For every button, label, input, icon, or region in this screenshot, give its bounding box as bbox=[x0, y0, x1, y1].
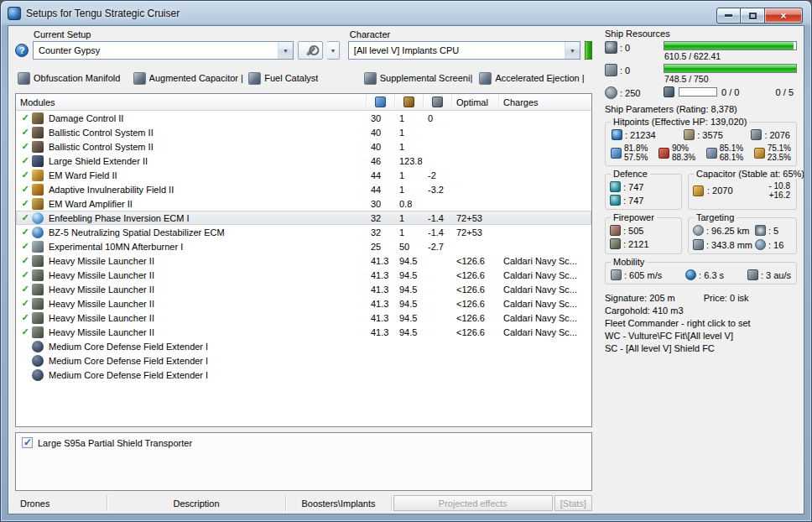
subsystem-button[interactable]: Augmented Capacitor | bbox=[131, 70, 247, 86]
launcher-hardpoints-icon bbox=[605, 64, 617, 76]
module-powergrid: 1 bbox=[395, 213, 424, 223]
module-charges: Caldari Navy Sc... bbox=[499, 299, 591, 309]
fitted-check-icon bbox=[18, 198, 32, 209]
module-name: Large Shield Extender II bbox=[49, 156, 148, 166]
module-row[interactable]: Heavy Missile Launcher II 41.3 94.5 <126… bbox=[16, 296, 591, 311]
bottom-tab[interactable]: Boosters\Implants bbox=[286, 495, 391, 511]
module-row[interactable]: Large Shield Extender II 46 123.8 bbox=[16, 154, 591, 168]
turret-hardpoints-icon bbox=[605, 41, 617, 54]
module-cpu: 41.3 bbox=[367, 327, 395, 337]
module-row[interactable]: Heavy Missile Launcher II 41.3 94.5 <126… bbox=[16, 282, 591, 296]
powergrid-bar bbox=[664, 64, 797, 73]
capacitor-icon bbox=[432, 97, 443, 107]
em-resist-icon bbox=[611, 148, 622, 159]
max-targets-value: : 5 bbox=[768, 226, 778, 236]
bottom-tab[interactable]: Projected effects bbox=[393, 495, 553, 511]
character-select[interactable]: [All level V] Implants CPU bbox=[348, 41, 580, 60]
max-velocity-icon bbox=[611, 269, 622, 280]
module-row[interactable]: Heavy Missile Launcher II 41.3 94.5 <126… bbox=[16, 325, 591, 339]
fitted-check-icon bbox=[18, 269, 32, 280]
help-icon[interactable] bbox=[15, 44, 29, 57]
module-row[interactable]: Heavy Missile Launcher II 41.3 94.5 <126… bbox=[16, 311, 591, 325]
setup-tools-dropdown[interactable] bbox=[327, 41, 340, 60]
module-powergrid: 1 bbox=[395, 128, 424, 138]
module-cpu: 32 bbox=[367, 227, 395, 238]
modules-list: Damage Control II 30 1 0 bbox=[16, 111, 591, 426]
eft-window: Setups for Tengu Strategic Cruiser × Cur… bbox=[0, 0, 812, 522]
module-row[interactable]: Damage Control II 30 1 0 bbox=[16, 111, 591, 125]
defence-passive-value: : 747 bbox=[623, 182, 643, 192]
targeting-range-icon bbox=[693, 225, 704, 236]
shield-resist-value: 81.8% bbox=[624, 144, 648, 153]
module-row[interactable]: Experimental 10MN Afterburner I 25 50 -2… bbox=[16, 239, 591, 253]
module-cpu: 30 bbox=[367, 199, 395, 209]
subsystem-button[interactable]: Obfuscation Manifold bbox=[15, 70, 131, 86]
module-optimal: <126.6 bbox=[452, 284, 499, 295]
powergrid-value: 748.5 / 750 bbox=[664, 73, 797, 86]
module-name: Heavy Missile Launcher II bbox=[49, 256, 154, 266]
module-row[interactable]: Medium Core Defense Field Extender I bbox=[16, 353, 591, 368]
fitted-check-icon bbox=[18, 298, 32, 309]
subsystem-defensive-icon bbox=[18, 72, 30, 85]
module-charges: Caldari Navy Sc... bbox=[499, 256, 591, 266]
hitpoints-label: Hitpoints (Effective HP: 139,020) bbox=[611, 117, 749, 127]
subsystem-engineering-icon bbox=[133, 72, 146, 85]
fitted-check-icon bbox=[18, 112, 32, 123]
module-row[interactable]: Enfeebling Phase Inversion ECM I 32 1 -1… bbox=[16, 211, 591, 225]
module-row[interactable]: Ballistic Control System II 40 1 bbox=[16, 125, 591, 139]
setup-select-value: Counter Gypsy bbox=[34, 42, 278, 59]
module-row[interactable]: BZ-5 Neutralizing Spatial Destabilizer E… bbox=[16, 225, 591, 239]
titlebar[interactable]: Setups for Tengu Strategic Cruiser × bbox=[1, 1, 811, 25]
turret-hardpoints-value: : 0 bbox=[620, 43, 630, 53]
module-cpu: 46 bbox=[367, 156, 395, 166]
defence-label: Defence bbox=[611, 169, 650, 179]
module-row[interactable]: Medium Core Defense Field Extender I bbox=[16, 339, 591, 353]
module-cpu: 41.3 bbox=[367, 270, 395, 280]
rig-shield-icon bbox=[32, 341, 44, 352]
module-row[interactable]: Medium Core Defense Field Extender I bbox=[16, 368, 591, 382]
dps-icon bbox=[610, 238, 621, 249]
maximize-button[interactable] bbox=[741, 8, 765, 23]
module-row[interactable]: EM Ward Amplifier II 30 0.8 bbox=[16, 196, 591, 211]
module-row[interactable]: Adaptive Invulnerability Field II 44 1 -… bbox=[16, 182, 591, 196]
subsystem-button[interactable]: Accelerated Ejection | bbox=[476, 70, 592, 86]
module-row[interactable]: Heavy Missile Launcher II 41.3 94.5 <126… bbox=[16, 253, 591, 268]
subsystem-button[interactable]: Fuel Catalyst bbox=[246, 70, 362, 86]
module-name: Heavy Missile Launcher II bbox=[49, 284, 154, 295]
bottom-tab[interactable]: Drones bbox=[15, 495, 107, 511]
targeting-label: Targeting bbox=[694, 212, 737, 222]
character-label: Character bbox=[348, 29, 592, 39]
module-name: Damage Control II bbox=[49, 113, 123, 123]
subsystem-button[interactable]: Supplemental Screeni| bbox=[362, 70, 477, 86]
module-powergrid: 94.5 bbox=[395, 327, 424, 337]
bottom-tab[interactable]: [Stats] bbox=[554, 495, 592, 511]
close-button[interactable]: × bbox=[765, 8, 803, 23]
module-optimal: <126.6 bbox=[452, 313, 499, 323]
module-row[interactable]: Heavy Missile Launcher II 41.3 94.5 <126… bbox=[16, 268, 591, 282]
resist-cell: 81.8% 57.5% bbox=[611, 144, 648, 162]
capacitor-label: Capacitor (Stable at: 65%) bbox=[694, 169, 804, 179]
ship-resources-label: Ship Resources bbox=[605, 29, 797, 39]
missile-launcher-icon bbox=[32, 284, 44, 295]
armor-resist-value: 88.3% bbox=[672, 153, 695, 162]
module-cap-use: -3.2 bbox=[424, 185, 452, 195]
align-time-value: : 6.3 s bbox=[699, 270, 724, 280]
bottom-tab[interactable]: Description bbox=[107, 495, 286, 511]
fitted-check-icon bbox=[18, 312, 32, 323]
setup-select[interactable]: Counter Gypsy bbox=[33, 41, 294, 60]
modules-table: Modules Optimal Charges Damage Control I bbox=[15, 93, 592, 427]
module-powergrid: 50 bbox=[395, 242, 424, 252]
module-row[interactable]: EM Ward Field II 44 1 -2 bbox=[16, 168, 591, 182]
module-row[interactable]: Ballistic Control System II 40 1 bbox=[16, 139, 591, 154]
close-icon: × bbox=[780, 10, 786, 22]
setup-tools-button[interactable] bbox=[298, 41, 323, 60]
module-name: EM Ward Field II bbox=[49, 170, 117, 180]
projected-module-checkbox[interactable]: Large S95a Partial Shield Transporter bbox=[22, 437, 586, 448]
chevron-down-icon bbox=[278, 42, 293, 59]
subsystem-label: Fuel Catalyst bbox=[264, 73, 318, 83]
fleet-commander-hint[interactable]: Fleet Commander - right click to set bbox=[605, 317, 797, 330]
launcher-hardpoints-value: : 0 bbox=[620, 65, 630, 76]
module-optimal: <126.6 bbox=[452, 270, 499, 280]
module-powergrid: 1 bbox=[395, 170, 424, 180]
minimize-button[interactable] bbox=[716, 8, 741, 23]
